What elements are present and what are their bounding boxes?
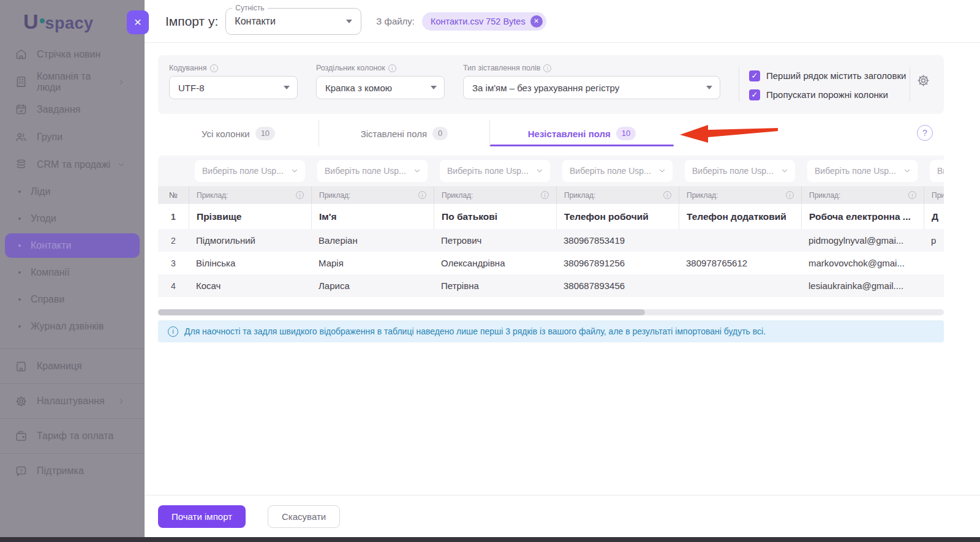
count-badge: 10 (255, 127, 275, 140)
count-badge: 0 (432, 127, 448, 140)
sidebar-item-company-people[interactable]: Компанія та люди (0, 68, 145, 96)
horizontal-scrollbar[interactable] (158, 309, 944, 315)
bullet-icon (18, 244, 21, 247)
checkbox-checked-icon: ✓ (749, 89, 760, 100)
import-modal: Імпорт у: Сутність Контакти З файлу: Кон… (145, 0, 980, 542)
sidebar-item-crm[interactable]: CRM та продажі (0, 151, 145, 178)
caret-down-icon (706, 86, 712, 89)
info-icon[interactable]: i (786, 191, 794, 199)
example-header-row: № Приклад:i Приклад:i Приклад:i Приклад:… (158, 186, 944, 204)
field-select[interactable]: Виберіть поле Usp... (685, 160, 795, 182)
company-icon (15, 75, 28, 88)
table-row: 4 Косач Лариса Петрівна 380687893456 les… (158, 274, 944, 297)
table-row: 1 Прізвище Ім'я По батькові Телефон робо… (158, 204, 944, 229)
bullet-icon (18, 325, 21, 328)
sidebar-item-billing[interactable]: Тариф та оплата (0, 418, 145, 453)
count-badge: 10 (616, 127, 636, 140)
groups-icon (15, 130, 28, 143)
app-window: Uspacy Стрічка новин Компанія та люди За… (0, 0, 980, 542)
close-import-button[interactable]: × (127, 10, 149, 34)
advanced-settings-button[interactable] (916, 73, 930, 90)
file-chip-text: Контакти.csv 752 Bytes (431, 17, 526, 26)
chevron-down-icon (780, 167, 789, 175)
sidebar-subitem-deals[interactable]: Угоди (0, 205, 145, 232)
bullet-icon (18, 217, 21, 220)
sidebar-item-newsfeed[interactable]: Стрічка новин (0, 40, 145, 68)
chevron-down-icon (535, 167, 544, 175)
delimiter-field: Роздільник колонокi Крапка з комою (316, 64, 445, 114)
info-icon[interactable]: i (418, 191, 426, 199)
tab-unmatched-fields[interactable]: Незіставлені поля 10 (490, 120, 674, 147)
import-header: Імпорт у: Сутність Контакти З файлу: Кон… (145, 0, 980, 43)
sidebar: Uspacy Стрічка новин Компанія та люди За… (0, 0, 145, 542)
help-button[interactable]: ? (917, 125, 933, 141)
info-icon[interactable]: i (663, 191, 671, 199)
close-icon: × (134, 15, 141, 29)
sidebar-subitem-activities[interactable]: Справи (0, 286, 145, 313)
tab-all-columns[interactable]: Усі колонки 10 (158, 120, 318, 147)
page-title: Імпорт у: (165, 14, 218, 29)
info-icon[interactable]: i (543, 64, 551, 72)
entity-select-label: Сутність (232, 4, 267, 12)
home-icon (15, 48, 28, 61)
field-select[interactable]: Виберіть поле Usp... (440, 160, 550, 182)
chevron-down-icon (117, 160, 126, 169)
sidebar-subitem-companies[interactable]: Компанії (0, 259, 145, 286)
scrollbar-thumb[interactable] (158, 309, 645, 315)
field-select[interactable]: Виберіть поле Usp... (195, 160, 305, 182)
bullet-icon (18, 190, 21, 193)
matching-type-field: Тип зіставлення полівi За ім'ям – без ур… (463, 64, 720, 114)
sidebar-subitem-call-log[interactable]: Журнал дзвінків (0, 313, 145, 340)
modal-footer: Почати імпорт Скасувати (145, 495, 980, 537)
info-icon[interactable]: i (908, 191, 916, 199)
encoding-field: Кодуванняi UTF-8 (169, 64, 298, 114)
table-row: 3 Вілінська Марія Олександрівна 38096789… (158, 252, 944, 274)
gear-icon (916, 73, 930, 88)
bullet-icon (18, 298, 21, 301)
sidebar-item-settings[interactable]: Налаштування (0, 383, 145, 418)
info-icon[interactable]: i (388, 64, 396, 72)
sidebar-subitem-leads[interactable]: Ліди (0, 178, 145, 205)
entity-select[interactable]: Сутність Контакти (225, 8, 361, 35)
caret-down-icon (284, 86, 290, 89)
chevron-down-icon (413, 167, 421, 175)
sidebar-subitem-contacts[interactable]: Контакти (5, 233, 140, 258)
cancel-button[interactable]: Скасувати (268, 505, 340, 528)
sidebar-item-groups[interactable]: Групи (0, 123, 145, 151)
first-row-headers-checkbox[interactable]: ✓ Перший рядок містить заголовки (749, 66, 902, 85)
bullet-icon (18, 271, 21, 274)
from-file-label: З файлу: (376, 16, 415, 26)
chevron-right-icon (117, 397, 126, 405)
start-import-button[interactable]: Почати імпорт (158, 505, 246, 528)
shop-icon (15, 360, 28, 373)
file-chip[interactable]: Контакти.csv 752 Bytes × (422, 12, 546, 31)
remove-file-button[interactable]: × (530, 15, 543, 28)
skip-empty-columns-checkbox[interactable]: ✓ Пропускати порожні колонки (749, 85, 902, 104)
encoding-select[interactable]: UTF-8 (169, 76, 298, 99)
sidebar-item-tasks[interactable]: Завдання (0, 96, 145, 123)
question-icon: ? (922, 128, 927, 138)
logo-dot-icon (40, 18, 45, 23)
field-select[interactable]: Виберіть поле Usp... (930, 160, 944, 182)
sidebar-item-marketplace[interactable]: Крамниця (0, 348, 145, 383)
checkbox-checked-icon: ✓ (749, 70, 760, 81)
svg-text:?: ? (20, 467, 23, 473)
logo-letter: U (23, 10, 39, 34)
sidebar-item-support[interactable]: ? Підтримка (0, 453, 145, 488)
info-icon[interactable]: i (541, 191, 549, 199)
tab-matched-fields[interactable]: Зіставлені поля 0 (318, 120, 490, 147)
info-icon[interactable]: i (210, 64, 218, 72)
field-select[interactable]: Виберіть поле Usp... (807, 160, 918, 182)
uspacy-logo: Uspacy (0, 0, 145, 40)
delimiter-select[interactable]: Крапка з комою (316, 76, 445, 99)
preview-info-note: i Для наочності та задля швидкого відобр… (158, 320, 944, 342)
field-select[interactable]: Виберіть поле Usp... (562, 160, 673, 182)
gear-icon (15, 395, 28, 408)
matching-type-select[interactable]: За ім'ям – без урахування регістру (463, 76, 720, 99)
table-row: 2 Підмогильний Валеріан Петрович 3809678… (158, 229, 944, 252)
info-icon[interactable]: i (296, 191, 304, 199)
import-preview-table: Виберіть поле Usp... Виберіть поле Usp..… (158, 156, 944, 297)
window-bottom-edge (0, 537, 980, 542)
field-select[interactable]: Виберіть поле Usp... (317, 160, 428, 182)
wallet-icon (15, 430, 28, 443)
